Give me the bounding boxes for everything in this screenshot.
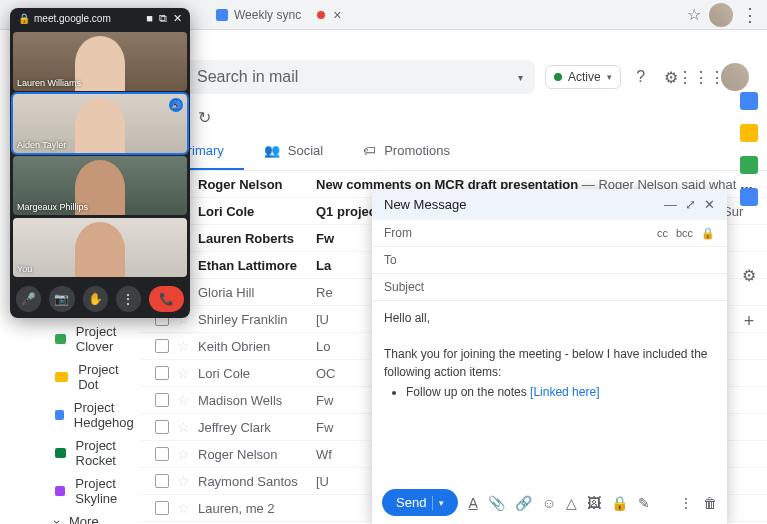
participant-tile[interactable]: Aiden Tayler 🔊 [13, 94, 187, 153]
end-call-button[interactable]: 📞 [149, 286, 184, 312]
star-icon[interactable]: ☆ [177, 473, 190, 489]
side-panel: ⚙ + [731, 88, 767, 332]
meet-pip-window[interactable]: 🔒 meet.google.com ■ ⧉ ✕ Lauren Williams … [10, 8, 190, 318]
row-checkbox[interactable] [155, 339, 169, 353]
participant-tile[interactable]: Lauren Williams [13, 32, 187, 91]
refresh-icon[interactable]: ↻ [198, 108, 211, 127]
cc-button[interactable]: cc [657, 227, 668, 240]
send-button[interactable]: Send ▾ [382, 489, 458, 516]
status-chip[interactable]: Active ▾ [545, 65, 621, 89]
bullet-link[interactable]: [Linked here] [530, 385, 599, 399]
account-avatar[interactable] [721, 63, 749, 91]
tasks-icon[interactable] [740, 156, 758, 174]
participant-name: Lauren Williams [17, 78, 81, 88]
minimize-icon[interactable]: — [664, 197, 677, 212]
sidebar-label[interactable]: Project Dot [55, 358, 139, 396]
docs-icon [216, 9, 228, 21]
format-icon[interactable]: A [468, 495, 477, 511]
bookmark-star-icon[interactable]: ☆ [687, 5, 701, 24]
participant-tile[interactable]: Margeaux Phillips [13, 156, 187, 215]
link-icon[interactable]: 🔗 [515, 495, 532, 511]
sidebar-label[interactable]: Project Clover [55, 320, 139, 358]
to-label: To [384, 253, 424, 267]
settings-icon[interactable]: ⚙ [742, 266, 756, 285]
participant-tile[interactable]: You [13, 218, 187, 277]
tab-label: Weekly sync [234, 8, 301, 22]
help-icon[interactable]: ? [631, 67, 651, 87]
star-icon[interactable]: ☆ [177, 392, 190, 408]
more-button[interactable]: ⋮ [116, 286, 141, 312]
star-icon[interactable]: ☆ [177, 419, 190, 435]
to-field[interactable]: To [372, 247, 727, 274]
close-icon[interactable]: ✕ [704, 197, 715, 212]
pen-icon[interactable]: ✎ [638, 495, 650, 511]
meet-controls: 🎤 📷 ✋ ⋮ 📞 [10, 280, 190, 318]
participant-figure [75, 222, 125, 277]
label-swatch-icon [55, 486, 65, 496]
send-options-icon[interactable]: ▾ [439, 498, 444, 508]
compose-title: New Message [384, 197, 466, 212]
sidebar-more[interactable]: › More [55, 510, 139, 524]
row-checkbox[interactable] [155, 366, 169, 380]
row-checkbox[interactable] [155, 393, 169, 407]
emoji-icon[interactable]: ☺ [542, 495, 556, 511]
add-icon[interactable]: + [744, 311, 755, 332]
pip-video-icon[interactable]: ■ [146, 12, 153, 25]
sidebar-label[interactable]: Project Hedgehog [55, 396, 139, 434]
camera-button[interactable]: 📷 [49, 286, 74, 312]
compose-header: New Message — ⤢ ✕ [372, 189, 727, 220]
sender: Shirley Franklin [198, 312, 308, 327]
row-checkbox[interactable] [155, 447, 169, 461]
sidebar-label[interactable]: Project Rocket [55, 434, 139, 472]
keep-icon[interactable] [740, 124, 758, 142]
participant-name: Aiden Tayler [17, 140, 66, 150]
confidential-icon[interactable]: 🔒 [611, 495, 628, 511]
recording-indicator [317, 11, 325, 19]
chrome-profile-avatar[interactable] [709, 3, 733, 27]
sender: Roger Nelson [198, 177, 308, 192]
search-options-icon[interactable]: ▾ [518, 72, 523, 83]
star-icon[interactable]: ☆ [177, 365, 190, 381]
status-text: Active [568, 70, 601, 84]
browser-tab[interactable]: Weekly sync [208, 4, 309, 26]
sender: Madison Wells [198, 393, 308, 408]
search-placeholder: Search in mail [197, 68, 508, 86]
fullscreen-icon[interactable]: ⤢ [685, 197, 696, 212]
sender: Gloria Hill [198, 285, 308, 300]
search-input[interactable]: 🔍 Search in mail ▾ [155, 60, 535, 94]
from-field[interactable]: From cc bcc 🔒 [372, 220, 727, 247]
tab-promotions[interactable]: 🏷 Promotions [343, 133, 470, 170]
row-checkbox[interactable] [155, 420, 169, 434]
calendar-icon[interactable] [740, 92, 758, 110]
participant-figure [75, 36, 125, 91]
discard-icon[interactable]: 🗑 [703, 495, 717, 511]
star-icon[interactable]: ☆ [177, 446, 190, 462]
drive-icon[interactable]: △ [566, 495, 577, 511]
compose-body[interactable]: Hello all, Thank you for joining the mee… [372, 301, 727, 481]
lock-icon[interactable]: 🔒 [701, 227, 715, 240]
apps-grid-icon[interactable]: ⋮⋮⋮ [691, 67, 711, 87]
mic-button[interactable]: 🎤 [16, 286, 41, 312]
star-icon[interactable]: ☆ [177, 338, 190, 354]
lock-icon: 🔒 [18, 13, 30, 24]
pip-return-icon[interactable]: ⧉ [159, 12, 167, 25]
row-checkbox[interactable] [155, 474, 169, 488]
bullet-text: Follow up on the notes [406, 385, 530, 399]
body-paragraph: Thank you for joining the meeting - belo… [384, 345, 715, 381]
image-icon[interactable]: 🖼 [587, 495, 601, 511]
subject-field[interactable]: Subject [372, 274, 727, 301]
attach-icon[interactable]: 📎 [488, 495, 505, 511]
more-options-icon[interactable]: ⋮ [679, 495, 693, 511]
tab-social[interactable]: 👥 Social [244, 133, 343, 170]
raise-hand-button[interactable]: ✋ [83, 286, 108, 312]
chrome-menu-icon[interactable]: ⋮ [741, 4, 759, 26]
sidebar-label[interactable]: Project Skyline [55, 472, 139, 510]
row-checkbox[interactable] [155, 501, 169, 515]
bcc-button[interactable]: bcc [676, 227, 693, 240]
tag-icon: 🏷 [363, 143, 376, 158]
close-tab-icon[interactable]: × [333, 7, 341, 23]
people-icon: 👥 [264, 143, 280, 158]
contacts-icon[interactable] [740, 188, 758, 206]
pip-close-icon[interactable]: ✕ [173, 12, 182, 25]
star-icon[interactable]: ☆ [177, 500, 190, 516]
